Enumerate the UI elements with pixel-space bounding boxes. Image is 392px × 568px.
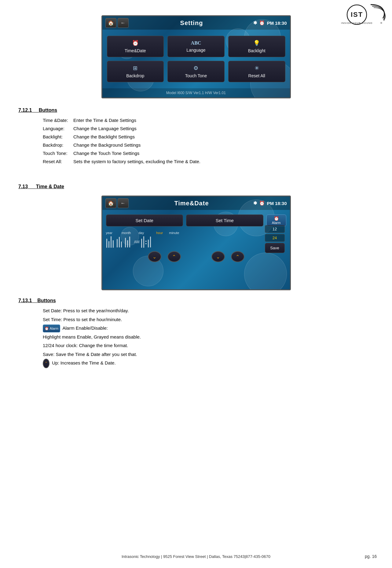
list-item: Set Time: Press to set the hour/minute. bbox=[43, 315, 374, 324]
back-button[interactable]: ← bbox=[118, 18, 129, 28]
time-colon: : bbox=[145, 239, 147, 246]
tick bbox=[148, 240, 149, 247]
tick bbox=[113, 240, 114, 248]
model-info: Model I600 S/W Ver1.1 H/W Ver1.01 bbox=[166, 91, 226, 95]
time-date-screen: 🏠 ← Time&Date ✱ ⏰ PM 18:30 Set Date bbox=[101, 196, 291, 290]
reset-all-label: Reset All bbox=[248, 73, 265, 78]
tick bbox=[143, 236, 144, 248]
backlight-button[interactable]: 💡 Backlight bbox=[228, 36, 285, 57]
main-content: 🏠 ← Setting ✱ ⏰ PM 18:30 ⏰ Time&Date bbox=[0, 0, 392, 377]
svg-text:®: ® bbox=[380, 22, 382, 24]
bullet-label: Touch Tone: bbox=[43, 149, 73, 157]
td-status-time: PM 18:30 bbox=[267, 201, 287, 206]
time-date-button[interactable]: ⏰ Time&Date bbox=[107, 36, 164, 57]
bullet-label: Reset All: bbox=[43, 157, 73, 166]
setting-body: ⏰ Time&Date ABC Language 💡 Backlight ⊞ B… bbox=[102, 30, 290, 88]
reset-all-button[interactable]: ✳ Reset All bbox=[228, 61, 285, 82]
bullets-712: Time &Date: Enter the Time & Date Settin… bbox=[43, 116, 374, 166]
backdrop-label: Backdrop bbox=[126, 73, 144, 78]
year-ticks bbox=[106, 236, 114, 248]
backdrop-icon: ⊞ bbox=[133, 65, 137, 71]
td-bottom-row: ⌄ ⌃ ⌄ ⌃ bbox=[106, 251, 286, 262]
alarm-button[interactable]: ⏰ Alarm bbox=[266, 214, 286, 226]
page-number: pg. 16 bbox=[365, 554, 377, 559]
time-date-screen-wrapper: 🏠 ← Time&Date ✱ ⏰ PM 18:30 Set Date bbox=[18, 196, 374, 290]
list-item: Time &Date: Enter the Time & Date Settin… bbox=[43, 116, 374, 124]
clock-format-text: Change the time format. bbox=[79, 343, 128, 348]
down-arrow-right-button[interactable]: ⌄ bbox=[211, 251, 225, 262]
bullet-text: Change the Background Settings bbox=[73, 141, 141, 149]
section-713-number: 7.13 bbox=[18, 184, 28, 189]
section-712-title: Buttons bbox=[39, 108, 57, 113]
language-icon: ABC bbox=[191, 40, 201, 46]
backdrop-button[interactable]: ⊞ Backdrop bbox=[107, 61, 164, 82]
reset-all-icon: ✳ bbox=[255, 65, 259, 71]
td-right-panel: 12 24 Save bbox=[265, 225, 285, 253]
minute-ticks bbox=[148, 236, 151, 247]
down-arrow-left-button[interactable]: ⌄ bbox=[148, 251, 161, 262]
home-button[interactable]: 🏠 bbox=[105, 18, 116, 28]
tick bbox=[117, 239, 118, 247]
td-home-button[interactable]: 🏠 bbox=[105, 198, 116, 208]
set-time-label-ref: Set Time: bbox=[43, 317, 62, 322]
section-7131-title: Buttons bbox=[37, 298, 56, 303]
up-arrow-left-button[interactable]: ⌃ bbox=[167, 251, 181, 262]
section-7131-number: 7.13.1 bbox=[18, 298, 32, 303]
language-button[interactable]: ABC Language bbox=[167, 36, 225, 57]
clock-12-button[interactable]: 12 bbox=[265, 225, 285, 233]
list-item: Touch Tone: Change the Touch Tone Settin… bbox=[43, 149, 374, 157]
section-712-number: 7.12.1 bbox=[18, 108, 32, 113]
td-back-button[interactable]: ← bbox=[118, 198, 129, 208]
minute-label: minute bbox=[169, 231, 179, 235]
screen-title: Setting bbox=[130, 20, 254, 27]
set-time-button[interactable]: Set Time bbox=[186, 214, 263, 226]
set-date-text: Press to set the year/month/day. bbox=[63, 308, 129, 313]
setting-screen-wrapper: 🏠 ← Setting ✱ ⏰ PM 18:30 ⏰ Time&Date bbox=[18, 15, 374, 98]
save-text: Save the Time & Date after you set that. bbox=[56, 352, 137, 357]
save-label: Save bbox=[270, 246, 279, 250]
section-713-title: Time & Date bbox=[36, 184, 64, 189]
bullet-label: Backlight: bbox=[43, 133, 73, 141]
chevron-up-icon-2: ⌃ bbox=[236, 254, 240, 260]
bullet-label: Backdrop: bbox=[43, 141, 73, 149]
setting-screen: 🏠 ← Setting ✱ ⏰ PM 18:30 ⏰ Time&Date bbox=[101, 15, 291, 98]
chevron-up-icon: ⌃ bbox=[172, 254, 176, 260]
td-sliders-row: AM : bbox=[106, 236, 286, 248]
section-712-1: 7.12.1 Buttons Time &Date: Enter the Tim… bbox=[18, 108, 374, 166]
tick bbox=[129, 236, 130, 247]
time-date-body: Set Date Set Time ⏰ Alarm year mont bbox=[102, 210, 290, 289]
time-date-icon: ⏰ bbox=[132, 40, 139, 46]
set-date-button[interactable]: Set Date bbox=[106, 214, 183, 226]
day-ticks bbox=[125, 236, 130, 247]
bullet-text: Enter the Time & Date Settings bbox=[73, 116, 136, 124]
tick bbox=[125, 238, 126, 247]
list-item: Highlight means Enable, Grayed means dis… bbox=[43, 333, 374, 342]
month-label: month bbox=[122, 231, 131, 235]
bullet-text: Change the Touch Tone Settings bbox=[73, 149, 139, 157]
list-item: Set Date: Press to set the year/month/da… bbox=[43, 306, 374, 315]
touch-tone-button[interactable]: ⚙ Touch Tone bbox=[167, 61, 225, 82]
set-date-label: Set Date bbox=[136, 218, 153, 223]
list-item: Backdrop: Change the Background Settings bbox=[43, 141, 374, 149]
clock-24-button[interactable]: 24 bbox=[265, 234, 285, 242]
footer-contact: Intrasonic Technology | 9525 Forest View… bbox=[0, 554, 392, 559]
list-item: Backlight: Change the Backlight Settings bbox=[43, 133, 374, 141]
up-arrow-right-button[interactable]: ⌃ bbox=[231, 251, 244, 262]
ist-logo: IST INSIDE YOUR SOUND ® bbox=[331, 3, 386, 27]
td-screen-title: Time&Date bbox=[130, 200, 254, 207]
list-item: 12/24 hour clock: Change the time format… bbox=[43, 341, 374, 350]
chevron-down-icon: ⌄ bbox=[152, 254, 156, 260]
save-label-ref: Save: bbox=[43, 352, 54, 357]
hour-label: hour bbox=[156, 231, 163, 235]
setting-buttons-grid: ⏰ Time&Date ABC Language 💡 Backlight ⊞ B… bbox=[107, 36, 285, 82]
bullet-label: Language: bbox=[43, 124, 73, 133]
bullet-label: Time &Date: bbox=[43, 116, 73, 124]
alarm-detail-text: Highlight means Enable, Grayed means dis… bbox=[43, 334, 141, 339]
tick bbox=[111, 236, 112, 248]
alarm-inline-image: ⏰ Alarm bbox=[43, 324, 60, 333]
language-label: Language bbox=[186, 48, 205, 53]
clock-12-label: 12 bbox=[273, 227, 277, 231]
set-time-label: Set Time bbox=[216, 218, 234, 223]
bullets-7131: Set Date: Press to set the year/month/da… bbox=[43, 306, 374, 368]
svg-text:IST: IST bbox=[351, 11, 363, 18]
